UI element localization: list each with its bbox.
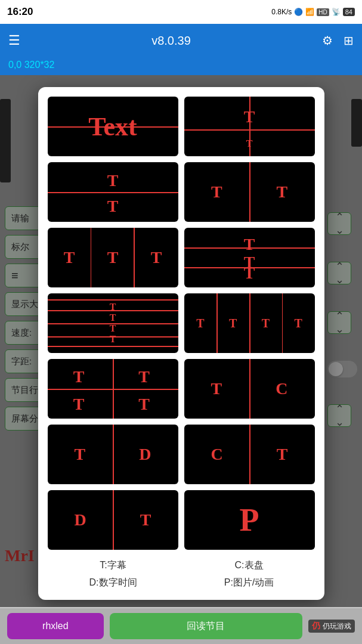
layout-cell-12[interactable]: C T [184,425,315,484]
layout-cell-2[interactable]: T T [184,97,315,156]
layout-T-2: T [107,248,119,267]
layout-C-tc: C [276,379,287,398]
wifi-icon: 📡 [332,8,341,16]
layout-letter-T-bottom-small: T [246,138,253,149]
layout-grid: Text T T T T T T [48,97,315,550]
layout-T-td: T [75,445,86,464]
layout-cell-11[interactable]: T D [48,425,178,484]
layout-T-r1: T [244,235,255,254]
layout-letter-T-top: T [244,107,255,126]
layout-P: P [240,501,259,538]
header-right: ⚙ ⊞ [322,33,354,48]
menu-icon[interactable]: ☰ [8,33,20,48]
layout-T-marquee-4: T [110,334,116,345]
layout-cell-5[interactable]: T T T [48,228,178,287]
layout-T-marquee-1: T [110,302,116,312]
legend-T: T:字幕 [48,558,179,573]
watermark-text: 仍玩游戏 [323,621,351,631]
layout-T-r3: T [244,264,255,283]
layout-T-c1: T [196,317,204,330]
app-title: v8.0.39 [151,34,191,48]
layout-T-marquee-2: T [110,312,116,323]
layout-T-left: T [211,182,222,202]
layout-cell-1[interactable]: Text [48,97,178,156]
hd-badge: HD [317,8,329,16]
app-header: ☰ v8.0.39 ⚙ ⊞ [0,24,362,57]
status-bar: 16:20 0.8K/s 🔵 📶 HD 📡 84 [0,0,362,24]
battery-level: 84 [343,8,355,16]
layout-T-bottom: T [107,197,119,216]
layout-cell-7[interactable]: T T T T [48,293,178,353]
layout-T-marquee-3: T [110,323,116,334]
layout-T-1: T [64,248,75,267]
layout-letter-text: Text [88,112,137,142]
network-speed: 0.8K/s [271,8,292,16]
legend: T:字幕 C:表盘 D:数字时间 P:图片/动画 [48,558,315,590]
layout-T-3: T [151,248,162,267]
subtitle-text: 0,0 320*32 [8,60,54,70]
bottom-bar: rhxled 回读节目 仍 仍玩游戏 [0,608,362,644]
rhxled-button[interactable]: rhxled [7,613,104,639]
grid-icon[interactable]: ⊞ [344,33,354,48]
layout-T-right: T [276,182,287,202]
layout-cell-13[interactable]: D T [48,490,178,550]
legend-C: C:表盘 [184,558,315,573]
bluetooth-icon: 🔵 [294,8,303,16]
layout-cell-8[interactable]: T T T T [184,293,315,353]
layout-cell-10[interactable]: T C [184,359,315,419]
layout-T-dt: T [140,510,151,530]
signal-icon: 📶 [305,8,314,16]
layout-T-q1: T [73,367,85,386]
status-icons: 0.8K/s 🔵 📶 HD 📡 84 [271,8,355,16]
layout-D-dt: D [75,510,86,530]
layout-cell-6[interactable]: T T T [184,228,315,287]
layout-cell-4[interactable]: T T [184,162,315,222]
settings-icon[interactable]: ⚙ [322,33,333,48]
layout-cell-3[interactable]: T T [48,162,178,222]
legend-D: D:数字时间 [48,575,179,590]
layout-T-q3: T [73,395,85,414]
layout-cell-14[interactable]: P [184,490,315,550]
legend-P: P:图片/动画 [184,575,315,590]
status-time: 16:20 [7,6,33,18]
modal-overlay: Text T T T T T T [0,75,362,607]
watermark: 仍 仍玩游戏 [308,620,355,633]
subtitle-bar: 0,0 320*32 [0,57,362,75]
layout-T-ct: T [277,445,288,464]
layout-C-ct: C [211,445,223,464]
read-program-button[interactable]: 回读节目 [110,613,302,639]
layout-T-q4: T [138,395,150,414]
layout-D-td: D [139,445,151,464]
watermark-icon: 仍 [312,621,320,631]
layout-cell-9[interactable]: T T T T [48,359,178,419]
layout-T-top: T [107,171,119,190]
layout-T-tc: T [211,379,222,398]
layout-T-q2: T [138,367,150,386]
layout-T-c3: T [262,317,270,330]
layout-T-c2: T [229,317,237,330]
modal-card: Text T T T T T T [38,87,324,600]
layout-T-c4: T [294,317,302,330]
main-area: 请输 标尔 U ≡ 显示大 速度: 字距: 节目行 屏幕分 ⌃⌄ ⌃⌄ ⌃⌄ ⌃… [0,75,362,607]
